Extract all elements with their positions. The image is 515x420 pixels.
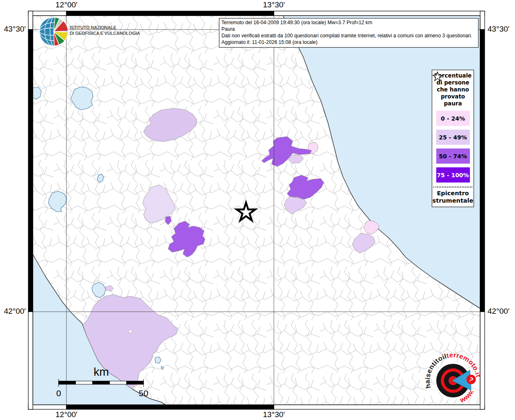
ingv-logo-icon <box>39 17 68 46</box>
lat-label-left-south: 42°00' <box>0 307 26 316</box>
scale-start: 0 <box>56 388 61 398</box>
epicenter-star-icon <box>432 71 443 82</box>
lat-label-left-north: 43°30' <box>0 25 26 34</box>
map-page: km 0 50 ? haisentitoilterremoto.it <box>0 0 515 420</box>
ingv-logo-text: ISTITUTO NAZIONALE DI GEOFISICA E VULCAN… <box>70 25 140 36</box>
ingv-line1: ISTITUTO NAZIONALE <box>70 25 140 31</box>
legend-class-50-74: 50 - 74% <box>436 148 470 164</box>
scale-end: 50 <box>139 388 148 398</box>
legend-class-0-24: 0 - 24% <box>436 111 470 126</box>
legend: Percentuale di persone che hanno provato… <box>432 70 474 207</box>
legend-epicenter-label: Epicentro strumentale <box>432 189 474 204</box>
legend-divider <box>433 187 472 187</box>
event-note: Dati non verificati estratti da 100 ques… <box>221 32 476 39</box>
scale-unit: km <box>93 365 109 378</box>
map-canvas: km 0 50 ? haisentitoilterremoto.it <box>0 0 515 420</box>
lon-label-bottom-east: 13°30' <box>249 410 299 419</box>
event-updated: Aggiornato il: 11-01-2026 15:08 (ora loc… <box>221 39 476 46</box>
lat-label-right-south: 42°00' <box>488 307 510 316</box>
ingv-line2: DI GEOFISICA E VULCANOLOGIA <box>70 31 140 37</box>
event-title: Terremoto del 16-04-2009 19:49:30 (ora l… <box>221 19 476 26</box>
legend-class-25-49: 25 - 49% <box>436 130 470 145</box>
event-info-box: Terremoto del 16-04-2009 19:49:30 (ora l… <box>219 18 479 48</box>
event-effect: Paura <box>221 26 476 32</box>
lat-label-right-north: 43°30' <box>488 25 510 34</box>
legend-class-75-100: 75 - 100% <box>436 167 470 183</box>
lon-label-top-west: 12°00' <box>42 0 91 9</box>
enclave-hole <box>129 330 132 333</box>
lon-label-top-east: 13°30' <box>249 0 299 9</box>
lon-label-bottom-west: 12°00' <box>42 410 91 419</box>
